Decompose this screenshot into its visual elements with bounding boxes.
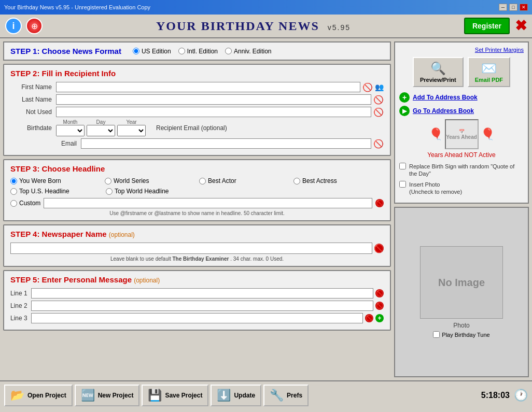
radio-top-world[interactable]: Top World Headline	[106, 188, 197, 195]
newspaper-row: 🚫	[10, 243, 384, 254]
firstname-lookup-icon[interactable]: 👥	[375, 83, 384, 91]
save-project-button[interactable]: 💾 Save Project	[142, 385, 208, 406]
month-select[interactable]	[56, 125, 85, 136]
replace-quote-checkbox[interactable]	[399, 163, 406, 169]
go-address-icon: ▶	[399, 106, 410, 116]
clock-time: 5:18:03	[481, 391, 510, 400]
years-ahead-section: 🎈 📅 Years Ahead 🎈 Years Ahead NOT Active	[399, 119, 524, 159]
close-button[interactable]: ✕	[520, 4, 528, 11]
email-icon: ✉️	[481, 61, 497, 76]
email-clear-icon[interactable]: 🚫	[373, 139, 384, 149]
line1-input[interactable]	[31, 288, 373, 299]
notused-clear-icon[interactable]: 🚫	[373, 107, 384, 117]
open-project-button[interactable]: 📂 Open Project	[4, 385, 73, 406]
line1-clear-icon[interactable]: 🚫	[375, 289, 384, 297]
prefs-label: Prefs	[287, 392, 302, 399]
lastname-row: Last Name 🚫	[10, 94, 384, 105]
maximize-button[interactable]: □	[509, 4, 517, 11]
email-input[interactable]	[81, 138, 371, 149]
us-edition-radio[interactable]: US Edition	[133, 48, 171, 55]
line1-label: Line 1	[10, 290, 31, 297]
new-project-button[interactable]: 🆕 New Project	[75, 385, 140, 406]
firstname-label: First Name	[10, 83, 52, 91]
play-tune-checkbox[interactable]	[433, 331, 440, 338]
newspaper-input[interactable]	[10, 243, 372, 254]
prefs-button[interactable]: 🔧 Prefs	[263, 385, 309, 406]
radio-top-us[interactable]: Top U.S. Headline	[10, 188, 102, 195]
add-to-address-book-row[interactable]: + Add To Address Book	[399, 92, 524, 103]
set-printer-margins-link[interactable]: Set Printer Margins	[399, 47, 524, 53]
lastname-clear-icon[interactable]: 🚫	[373, 95, 384, 105]
years-icons-row: 🎈 📅 Years Ahead 🎈	[429, 119, 495, 149]
preview-icon: 🔍	[430, 61, 446, 76]
insert-photo-label: Insert Photo (Uncheck to remove)	[409, 181, 462, 196]
no-image-placeholder: No Image	[420, 246, 503, 319]
newspaper-clear-icon[interactable]: 🚫	[374, 244, 384, 253]
edition-radio-group: US Edition Intl. Edition Anniv. Edition	[133, 48, 272, 55]
insert-photo-checkbox[interactable]	[399, 181, 406, 188]
line2-input[interactable]	[31, 301, 373, 311]
notused-input[interactable]	[56, 107, 371, 117]
open-project-icon: 📂	[10, 389, 24, 402]
line3-clear-icon[interactable]: 🚫	[365, 314, 373, 322]
app-main-title: YOUR BIRTHDAY NEWS v5.95	[48, 19, 459, 33]
minimize-button[interactable]: ─	[499, 4, 507, 11]
add-to-address-book-label: Add To Address Book	[413, 94, 478, 101]
preview-email-row: 🔍 Preview/Print ✉️ Email PDF	[399, 57, 524, 87]
years-calendar-icon[interactable]: 📅 Years Ahead	[445, 119, 479, 149]
update-icon: ⬇️	[217, 389, 231, 402]
email-pdf-button[interactable]: ✉️ Email PDF	[468, 57, 510, 87]
year-select[interactable]	[117, 125, 146, 136]
line3-input[interactable]	[31, 313, 363, 323]
clock-icon: 🕐	[514, 389, 528, 402]
go-to-address-book-row[interactable]: ▶ Go To Address Book	[399, 106, 524, 116]
month-wrap: Month	[56, 119, 85, 136]
step5-section: STEP 5: Enter Personal Message (optional…	[3, 270, 391, 331]
custom-input[interactable]	[44, 198, 372, 208]
save-project-label: Save Project	[165, 392, 202, 399]
balloon-left-icon: 🎈	[429, 127, 443, 141]
headline-grid1: You Were Born World Series Best Actor Be…	[10, 177, 384, 184]
info-icon[interactable]: i	[5, 18, 22, 34]
app-title: Your Birthday News v5.95 - Unregistered …	[4, 4, 150, 10]
update-label: Update	[234, 392, 255, 399]
toolbar-icons: i ⊕	[5, 18, 43, 34]
radio-best-actor[interactable]: Best Actor	[199, 177, 289, 184]
exit-button[interactable]: ✖	[515, 19, 527, 33]
prefs-icon: 🔧	[270, 389, 284, 402]
line3-add-icon[interactable]: +	[375, 314, 384, 322]
custom-clear-icon[interactable]: 🚫	[375, 199, 384, 207]
lastname-input[interactable]	[56, 94, 371, 105]
line2-row: Line 2 🚫	[10, 301, 384, 311]
birthdate-label: Birthdate	[10, 124, 52, 132]
years-label-inner: Years Ahead	[446, 134, 477, 140]
firstname-clear-icon[interactable]: 🚫	[362, 82, 373, 92]
open-project-label: Open Project	[27, 392, 66, 399]
play-tune-label: Play Birthday Tune	[442, 332, 489, 338]
radio-world-series[interactable]: World Series	[105, 177, 195, 184]
step2-title: STEP 2: Fill in Recipient Info	[10, 69, 384, 78]
main-toolbar: i ⊕ YOUR BIRTHDAY NEWS v5.95 Register ✖	[0, 15, 532, 38]
main-layout: STEP 1: Choose News Format US Edition In…	[0, 38, 532, 380]
day-select[interactable]	[87, 125, 115, 136]
notused-row: Not Used 🚫	[10, 107, 384, 117]
radio-custom[interactable]: Custom	[10, 200, 40, 207]
add-address-icon: +	[399, 92, 410, 103]
update-button[interactable]: ⬇️ Update	[211, 385, 261, 406]
register-button[interactable]: Register	[464, 18, 510, 34]
clock-display: 5:18:03 🕐	[481, 389, 528, 402]
line2-clear-icon[interactable]: 🚫	[375, 302, 384, 310]
step3-section: STEP 3: Choose Headline You Were Born Wo…	[3, 159, 391, 221]
preview-print-button[interactable]: 🔍 Preview/Print	[413, 57, 464, 87]
new-project-icon: 🆕	[81, 389, 95, 402]
radio-best-actress[interactable]: Best Actress	[293, 177, 384, 184]
anniv-edition-radio[interactable]: Anniv. Edition	[225, 48, 272, 55]
photo-label: Photo	[453, 322, 469, 329]
intl-edition-radio[interactable]: Intl. Edition	[178, 48, 218, 55]
insert-photo-row: Insert Photo (Uncheck to remove)	[399, 181, 524, 196]
step4-title: STEP 4: Newspaper Name (optional)	[10, 230, 384, 238]
help-icon[interactable]: ⊕	[26, 18, 43, 34]
radio-you-were-born[interactable]: You Were Born	[10, 177, 101, 184]
line2-label: Line 2	[10, 302, 31, 309]
firstname-input[interactable]	[56, 82, 360, 92]
